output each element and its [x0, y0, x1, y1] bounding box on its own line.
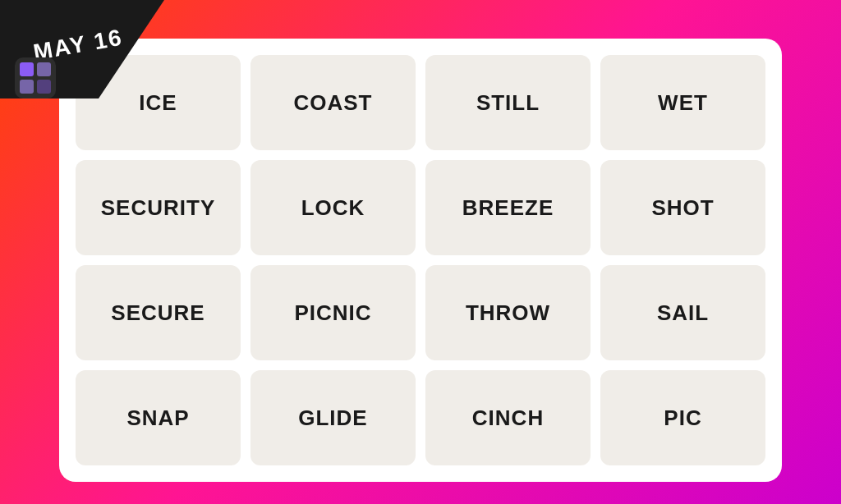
tile-shot[interactable]: SHOT — [600, 160, 765, 255]
tile-pic-label: PIC — [664, 405, 701, 431]
svg-rect-1 — [20, 62, 34, 76]
grid-row-1: ICE COAST STILL WET — [76, 55, 765, 150]
tile-glide-label: GLIDE — [298, 405, 367, 431]
tile-sail[interactable]: SAIL — [600, 265, 765, 360]
tile-still-label: STILL — [476, 90, 540, 116]
tile-wet-label: WET — [658, 90, 708, 116]
tile-picnic-label: PICNIC — [294, 300, 371, 326]
svg-rect-3 — [20, 80, 34, 94]
tile-sail-label: SAIL — [657, 300, 709, 326]
tile-coast-label: COAST — [294, 90, 373, 116]
tile-still[interactable]: STILL — [425, 55, 591, 150]
tile-security-label: SECURITY — [101, 195, 215, 221]
grid-row-4: SNAP GLIDE CINCH PIC — [76, 370, 765, 465]
tile-throw-label: THROW — [466, 300, 550, 326]
tile-throw[interactable]: THROW — [425, 265, 591, 360]
grid-row-2: SECURITY LOCK BREEZE SHOT — [76, 160, 765, 255]
tile-snap[interactable]: SNAP — [76, 370, 241, 465]
tile-wet[interactable]: WET — [600, 55, 765, 150]
grid-row-3: SECURE PICNIC THROW SAIL — [76, 265, 765, 360]
tile-cinch[interactable]: CINCH — [425, 370, 591, 465]
tile-breeze[interactable]: BREEZE — [425, 160, 591, 255]
tile-pic[interactable]: PIC — [600, 370, 765, 465]
tile-coast[interactable]: COAST — [250, 55, 416, 150]
tile-cinch-label: CINCH — [472, 405, 544, 431]
tile-security[interactable]: SECURITY — [76, 160, 241, 255]
app-icon — [15, 57, 56, 99]
tile-picnic[interactable]: PICNIC — [250, 265, 416, 360]
tile-ice-label: ICE — [139, 90, 177, 116]
tile-shot-label: SHOT — [651, 195, 714, 221]
main-card: ICE COAST STILL WET SECURITY LOCK BREEZE… — [59, 39, 782, 482]
tile-secure-label: SECURE — [111, 300, 205, 326]
tile-lock[interactable]: LOCK — [250, 160, 416, 255]
tile-lock-label: LOCK — [301, 195, 365, 221]
svg-rect-4 — [37, 80, 51, 94]
tile-glide[interactable]: GLIDE — [250, 370, 416, 465]
tile-secure[interactable]: SECURE — [76, 265, 241, 360]
tile-breeze-label: BREEZE — [462, 195, 554, 221]
svg-rect-2 — [37, 62, 51, 76]
tile-snap-label: SNAP — [126, 405, 189, 431]
